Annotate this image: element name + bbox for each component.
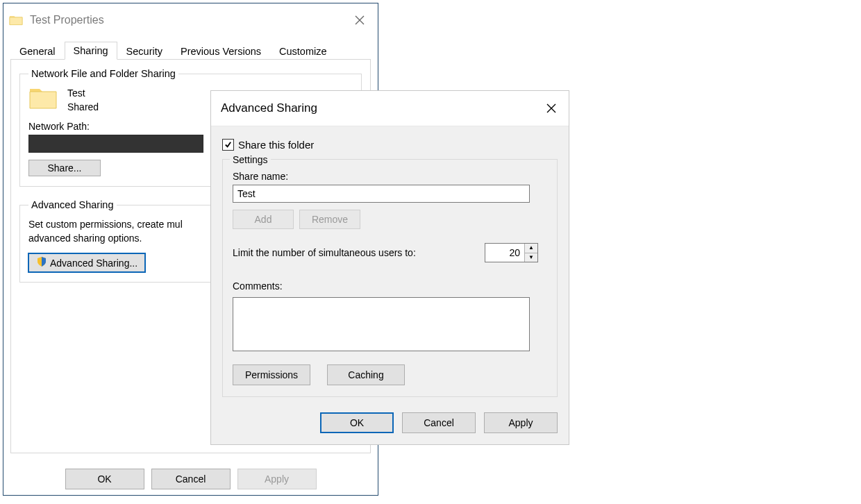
properties-title: Test Properties [30, 14, 346, 26]
caching-button[interactable]: Caching [327, 364, 405, 385]
advanced-sharing-title: Advanced Sharing [221, 101, 537, 115]
spinner-up-icon[interactable]: ▲ [525, 244, 537, 253]
folder-icon [9, 13, 23, 27]
cancel-button[interactable]: Cancel [402, 412, 476, 433]
limit-users-label: Limit the number of simultaneous users t… [233, 247, 416, 258]
cancel-button[interactable]: Cancel [151, 469, 231, 489]
advanced-sharing-button-label: Advanced Sharing... [50, 258, 137, 269]
folder-name-label: Test [67, 86, 99, 100]
limit-users-input[interactable] [485, 244, 524, 262]
tab-strip: General Sharing Security Previous Versio… [3, 40, 378, 59]
share-this-folder-label: Share this folder [238, 139, 314, 151]
permissions-button[interactable]: Permissions [233, 364, 310, 385]
ok-button[interactable]: OK [320, 412, 394, 433]
network-path-value[interactable] [28, 135, 203, 153]
apply-button[interactable]: Apply [237, 469, 317, 489]
advanced-sharing-titlebar: Advanced Sharing [211, 91, 569, 126]
advanced-sharing-button-row: OK Cancel Apply [222, 412, 558, 433]
comments-input[interactable] [233, 297, 530, 351]
remove-button[interactable]: Remove [299, 210, 360, 229]
properties-titlebar: Test Properties [3, 3, 378, 37]
close-icon[interactable] [346, 6, 374, 34]
shield-icon [36, 256, 47, 269]
tab-general[interactable]: General [10, 42, 65, 60]
tab-security[interactable]: Security [117, 42, 172, 60]
network-sharing-legend: Network File and Folder Sharing [28, 68, 178, 79]
settings-group: Settings Share name: Add Remove Limit th… [222, 159, 558, 397]
properties-button-row: OK Cancel Apply [3, 469, 378, 489]
share-button[interactable]: Share... [28, 160, 101, 176]
ok-button[interactable]: OK [65, 469, 144, 489]
tab-previous-versions[interactable]: Previous Versions [172, 42, 270, 60]
share-this-folder-row[interactable]: Share this folder [222, 139, 558, 151]
advanced-sharing-legend: Advanced Sharing [28, 199, 117, 210]
apply-button[interactable]: Apply [484, 412, 558, 433]
limit-users-spinner[interactable]: ▲ ▼ [485, 243, 538, 262]
advanced-sharing-button[interactable]: Advanced Sharing... [28, 253, 145, 272]
tab-sharing[interactable]: Sharing [65, 42, 117, 60]
settings-legend: Settings [230, 154, 271, 165]
folder-icon [28, 86, 58, 111]
advanced-sharing-body: Share this folder Settings Share name: A… [211, 126, 569, 444]
close-icon[interactable] [537, 94, 566, 123]
add-button[interactable]: Add [233, 210, 294, 229]
comments-label: Comments: [233, 280, 547, 292]
spinner-down-icon[interactable]: ▼ [525, 253, 537, 262]
share-status-label: Shared [67, 100, 99, 114]
advanced-sharing-window: Advanced Sharing Share this folder Setti… [210, 90, 569, 445]
share-this-folder-checkbox[interactable] [222, 139, 234, 151]
tab-customize[interactable]: Customize [270, 42, 336, 60]
share-name-input[interactable] [233, 185, 530, 203]
share-name-label: Share name: [233, 171, 547, 182]
